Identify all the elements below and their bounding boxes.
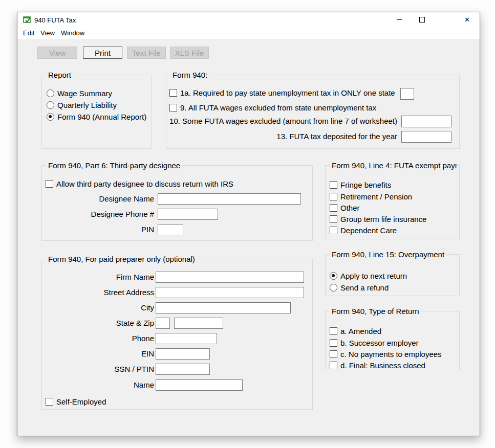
- checkbox-label[interactable]: b. Successor employer: [340, 339, 419, 347]
- radio-icon[interactable]: [47, 101, 54, 109]
- checkbox-icon[interactable]: [330, 204, 337, 212]
- checkbox-icon[interactable]: [330, 193, 337, 200]
- checkbox-successor-employer[interactable]: b. Successor employer: [330, 339, 419, 347]
- checkbox-amended[interactable]: a. Amended: [330, 327, 381, 335]
- checkbox-icon[interactable]: [46, 180, 53, 188]
- checkbox-label[interactable]: Fringe benefits: [340, 181, 391, 189]
- ssn-ptin-input[interactable]: [156, 364, 210, 375]
- preparer-group-title: Form 940, For paid preparer only (option…: [46, 255, 197, 263]
- radio-form-940-annual[interactable]: Form 940 (Annual Report): [47, 113, 146, 121]
- checkbox-label[interactable]: Group term life insurance: [340, 215, 426, 223]
- menu-edit[interactable]: Edit: [23, 29, 34, 37]
- firm-name-label: Firm Name: [41, 273, 154, 281]
- app-icon: [23, 16, 31, 24]
- radio-icon[interactable]: [47, 89, 54, 97]
- checkbox-icon[interactable]: [330, 350, 337, 358]
- print-button[interactable]: Print: [83, 47, 122, 59]
- type-of-return-group-title: Form 940, Type of Return: [330, 307, 421, 316]
- pin-input[interactable]: [158, 224, 183, 235]
- checkbox-retirement-pension[interactable]: Retirement / Pension: [330, 192, 412, 200]
- checkbox-label[interactable]: a. Amended: [340, 327, 381, 335]
- line-10-input[interactable]: [401, 116, 451, 127]
- window-title: 940 FUTA Tax: [34, 16, 76, 24]
- ein-input[interactable]: [156, 348, 210, 360]
- zip-input[interactable]: [174, 318, 223, 329]
- checkbox-label[interactable]: Retirement / Pension: [340, 192, 412, 201]
- checkbox-final-business-closed[interactable]: d. Final: Business closed: [330, 361, 425, 369]
- preparer-phone-input[interactable]: [156, 333, 217, 344]
- designee-name-input[interactable]: [158, 193, 301, 205]
- checkbox-icon[interactable]: [330, 327, 337, 335]
- radio-icon[interactable]: [47, 113, 54, 121]
- checkbox-other[interactable]: Other: [330, 204, 360, 212]
- checkbox-1a-one-state[interactable]: 1a. Required to pay state unemployment t…: [169, 88, 395, 97]
- checkbox-label[interactable]: Allow third party designee to discuss re…: [56, 180, 233, 188]
- checkbox-label[interactable]: 1a. Required to pay state unemployment t…: [180, 88, 395, 97]
- maximize-button[interactable]: [411, 12, 434, 27]
- line15-group-title: Form 940, Line 15: Overpayment: [330, 250, 446, 259]
- checkbox-label[interactable]: Dependent Care: [340, 226, 397, 235]
- checkbox-icon[interactable]: [330, 215, 337, 223]
- minimize-icon: [397, 19, 402, 20]
- titlebar: 940 FUTA Tax ✕: [17, 12, 480, 28]
- line-13-input[interactable]: [401, 131, 451, 143]
- radio-icon[interactable]: [330, 272, 337, 280]
- radio-icon[interactable]: [330, 284, 337, 292]
- checkbox-9-all-futa-excluded[interactable]: 9. All FUTA wages excluded from state un…: [169, 103, 376, 111]
- radio-apply-next-return[interactable]: Apply to next return: [330, 272, 407, 280]
- checkbox-icon[interactable]: [330, 339, 337, 347]
- ein-label: EIN: [41, 349, 154, 358]
- close-icon: ✕: [464, 16, 470, 24]
- checkbox-no-payments[interactable]: c. No payments to employees: [330, 350, 442, 358]
- checkbox-icon[interactable]: [330, 362, 337, 369]
- designee-phone-input[interactable]: [158, 209, 218, 220]
- part6-group-title: Form 940, Part 6: Third-party designee: [46, 161, 182, 170]
- minimize-button[interactable]: [388, 12, 411, 27]
- checkbox-icon[interactable]: [46, 398, 53, 406]
- checkbox-label[interactable]: Other: [340, 204, 360, 212]
- designee-phone-label: Designee Phone #: [52, 210, 154, 218]
- report-group-title: Report: [46, 71, 73, 79]
- checkbox-dependent-care[interactable]: Dependent Care: [330, 226, 397, 234]
- checkbox-self-employed[interactable]: Self-Employed: [46, 397, 106, 406]
- firm-name-input[interactable]: [156, 272, 304, 283]
- view-button[interactable]: View: [37, 47, 77, 59]
- radio-wage-summary[interactable]: Wage Summary: [47, 89, 112, 97]
- checkbox-icon[interactable]: [330, 181, 337, 189]
- radio-label[interactable]: Form 940 (Annual Report): [57, 113, 146, 121]
- street-address-input[interactable]: [156, 287, 304, 298]
- checkbox-label[interactable]: d. Final: Business closed: [340, 361, 425, 370]
- city-input[interactable]: [156, 302, 291, 313]
- report-group: Report: [41, 75, 152, 149]
- menu-window[interactable]: Window: [61, 29, 84, 37]
- checkbox-group-term-life[interactable]: Group term life insurance: [330, 215, 426, 223]
- city-label: City: [41, 303, 154, 312]
- checkbox-allow-third-party[interactable]: Allow third party designee to discuss re…: [46, 180, 233, 188]
- radio-send-refund[interactable]: Send a refund: [330, 283, 389, 292]
- checkbox-label[interactable]: Self-Employed: [56, 397, 106, 406]
- xls-file-button[interactable]: XLS File: [170, 47, 209, 59]
- text-file-button[interactable]: Text File: [127, 47, 166, 59]
- radio-label[interactable]: Send a refund: [340, 283, 389, 292]
- close-button[interactable]: ✕: [456, 12, 479, 27]
- radio-label[interactable]: Apply to next return: [340, 272, 407, 280]
- state-input[interactable]: [156, 318, 170, 329]
- menubar: Edit View Window: [17, 28, 480, 39]
- maximize-icon: [419, 17, 425, 23]
- menu-view[interactable]: View: [40, 29, 55, 37]
- preparer-phone-label: Phone: [41, 334, 154, 343]
- checkbox-icon[interactable]: [169, 104, 177, 111]
- line-10-label: 10. Some FUTA wages excluded (amount fro…: [167, 117, 397, 125]
- radio-label[interactable]: Quarterly Liability: [57, 101, 117, 109]
- line4-group-title: Form 940, Line 4: FUTA exempt payme: [330, 161, 457, 170]
- checkbox-icon[interactable]: [330, 227, 337, 234]
- radio-label[interactable]: Wage Summary: [57, 89, 112, 98]
- checkbox-icon[interactable]: [169, 89, 177, 97]
- checkbox-fringe-benefits[interactable]: Fringe benefits: [330, 181, 391, 189]
- radio-quarterly-liability[interactable]: Quarterly Liability: [47, 101, 117, 109]
- preparer-name-input[interactable]: [156, 379, 243, 391]
- checkbox-label[interactable]: c. No payments to employees: [340, 350, 442, 359]
- state-code-input[interactable]: [400, 88, 414, 100]
- pin-label: PIN: [52, 225, 154, 234]
- checkbox-label[interactable]: 9. All FUTA wages excluded from state un…: [180, 103, 376, 112]
